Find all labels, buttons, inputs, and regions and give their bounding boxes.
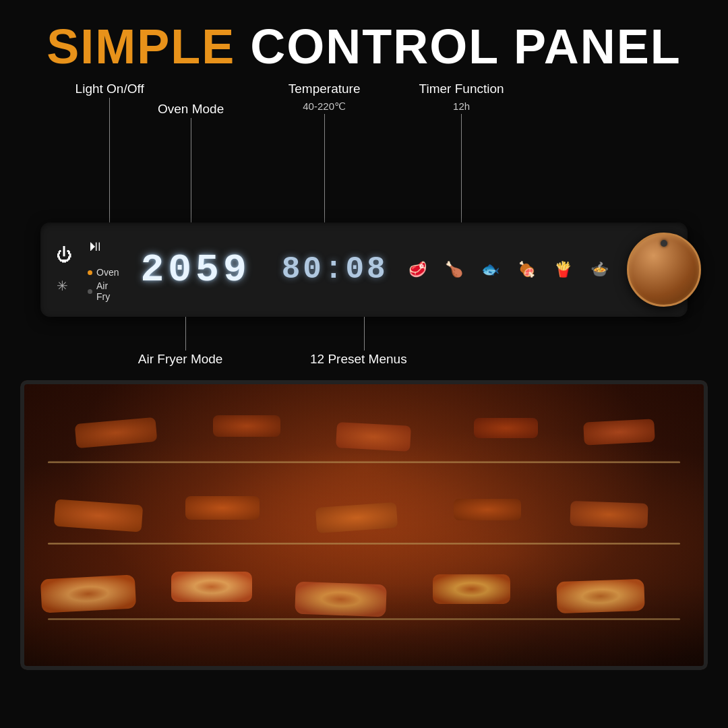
oven-mode-dot	[88, 270, 92, 275]
oven-mode-indicator: Oven	[88, 267, 119, 278]
oven-overlay	[20, 380, 708, 670]
preset-fish[interactable]: 🐟	[473, 252, 508, 287]
power-button[interactable]: ⏻	[57, 245, 73, 264]
callout-timer-sub: 12h	[453, 100, 470, 112]
digital-display-area: 2059 80:08	[140, 248, 388, 292]
oven-mode-label: Oven	[96, 267, 119, 278]
oven-section	[20, 380, 708, 670]
preset-chicken[interactable]: 🍗	[437, 252, 472, 287]
callout-light-line	[109, 98, 110, 222]
callout-oven-mode-label: Oven Mode	[158, 101, 224, 118]
preset-meat[interactable]: 🍖	[510, 252, 545, 287]
preset-soup[interactable]: 🍲	[582, 252, 617, 287]
airfryer-mode-label: Air Fryer Mode	[138, 352, 223, 367]
callout-light: Light On/Off	[75, 81, 144, 222]
panel-left-buttons: ⏻ ✳	[57, 245, 73, 294]
oven-interior	[20, 380, 708, 670]
mode-indicator: Oven Air Fry	[88, 267, 119, 302]
preset-icons-row: 🥩 🍗 🐟 🍖 🍟 🍲	[400, 252, 617, 287]
callout-oven-mode: Oven Mode	[158, 101, 224, 222]
airfryer-mode-line	[185, 317, 186, 351]
callout-timer-line	[461, 114, 462, 222]
callout-temperature-line	[324, 114, 325, 222]
preset-fries[interactable]: 🍟	[546, 252, 581, 287]
control-panel: ⏻ ✳ ⏯ Oven Air Fry 2059 80:08	[40, 222, 688, 317]
bottom-annotation-area: Air Fryer Mode 12 Preset Menus	[20, 317, 708, 371]
callout-temperature-label: Temperature40-220℃	[289, 81, 361, 114]
light-button[interactable]: ✳	[57, 278, 73, 294]
callout-light-label: Light On/Off	[75, 81, 144, 98]
airfry-mode-label: Air Fry	[96, 280, 119, 302]
airfry-mode-indicator: Air Fry	[88, 280, 119, 302]
control-knob[interactable]	[627, 233, 701, 307]
timer-display: 80:08	[282, 252, 388, 287]
callout-timer: Timer Function12h	[419, 81, 504, 222]
airfry-mode-dot	[88, 289, 92, 294]
temperature-display: 2059	[140, 248, 250, 292]
callout-timer-label: Timer Function12h	[419, 81, 504, 114]
callout-area: Light On/Off Oven Mode Temperature40-220…	[20, 81, 708, 222]
callout-oven-mode-line	[191, 118, 191, 222]
headline-rest: CONTROL PANEL	[235, 20, 681, 73]
preset-menus-label: 12 Preset Menus	[310, 352, 407, 367]
callout-temperature: Temperature40-220℃	[289, 81, 361, 222]
panel-wrapper: Light On/Off Oven Mode Temperature40-220…	[20, 81, 708, 371]
headline-simple: SIMPLE	[47, 20, 235, 73]
preset-menus-line	[364, 317, 365, 351]
preset-beef[interactable]: 🥩	[400, 252, 435, 287]
mode-selector: ⏯ Oven Air Fry	[88, 237, 119, 302]
mode-play-button[interactable]: ⏯	[88, 237, 102, 255]
page-headline: SIMPLE CONTROL PANEL	[0, 0, 728, 81]
callout-temperature-sub: 40-220℃	[303, 100, 346, 112]
